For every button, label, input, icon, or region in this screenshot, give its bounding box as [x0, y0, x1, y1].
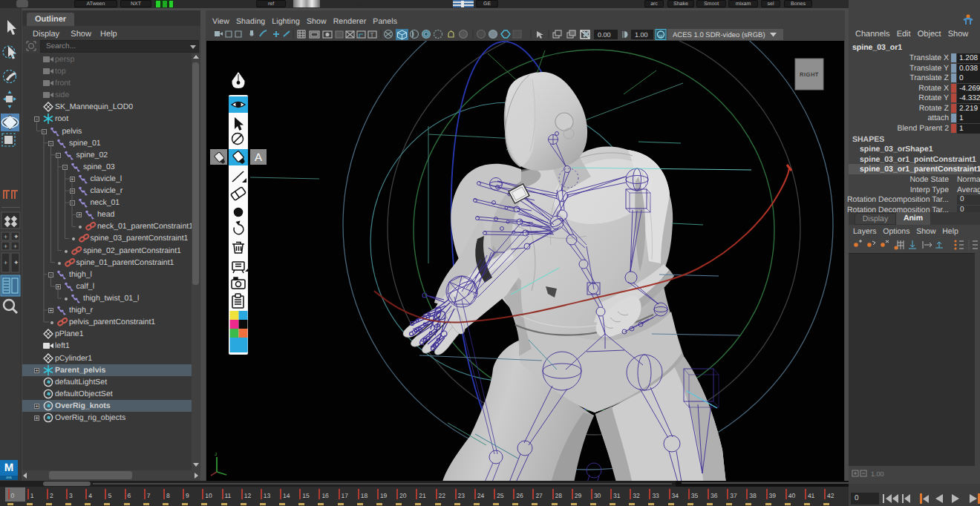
svg-text:T: T: [370, 32, 374, 39]
svg-text:✦: ✦: [13, 259, 19, 266]
svg-text:1.00: 1.00: [635, 31, 648, 39]
svg-text:✦: ✦: [13, 233, 19, 240]
svg-text:+: +: [13, 243, 17, 250]
svg-text:ACES 1.0 SDR-video (sRGB): ACES 1.0 SDR-video (sRGB): [673, 31, 765, 39]
svg-text:+: +: [4, 233, 7, 240]
svg-text:0.00: 0.00: [598, 31, 611, 39]
svg-text:cc: cc: [659, 34, 663, 39]
svg-text:+: +: [4, 243, 7, 250]
svg-text:+: +: [4, 259, 7, 266]
svg-text:1.00: 1.00: [871, 470, 884, 478]
svg-text:J: J: [215, 452, 217, 457]
svg-text:RIGHT: RIGHT: [800, 71, 819, 78]
svg-text:A: A: [255, 151, 262, 164]
